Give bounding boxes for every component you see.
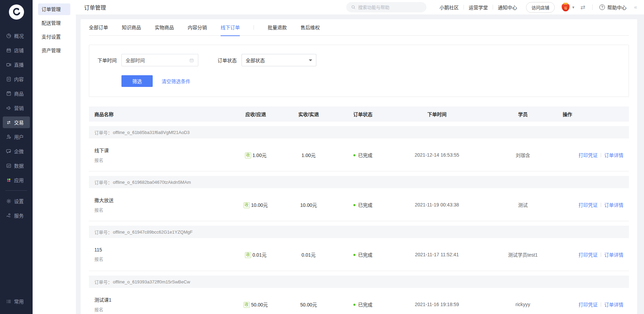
order-status-value: 全部状态: [246, 57, 265, 64]
table-header-cell: 商品名称: [94, 111, 229, 117]
avatar[interactable]: [562, 3, 570, 11]
submenu-item-delivery-mgmt[interactable]: 配送管理: [38, 17, 70, 29]
order-detail-link[interactable]: 订单详情: [604, 153, 623, 158]
chevron-down-icon[interactable]: ▼: [572, 5, 575, 9]
print-voucher-link[interactable]: 打印凭证: [578, 252, 598, 258]
submenu-item-order-mgmt[interactable]: 订单管理: [38, 3, 70, 15]
filter-row: 下单时间 全部时间 订单状态 全部状态: [97, 54, 620, 66]
order-time-picker[interactable]: 全部时间: [121, 54, 198, 66]
tab-distribution[interactable]: 内容分销: [188, 19, 207, 36]
switch-account-icon[interactable]: ⇄: [581, 4, 585, 11]
sidebar-item-wecom[interactable]: 企微: [3, 145, 30, 157]
tab-after-sales[interactable]: 售后维权: [301, 19, 320, 36]
received-amount: 10.00元: [300, 202, 317, 208]
tab-batch-refund[interactable]: 批量退款: [268, 19, 287, 36]
column-label: 实收/实退: [298, 112, 319, 117]
link-community[interactable]: 小鹅社区: [440, 4, 459, 11]
sidebar-item-label: 交易: [14, 119, 24, 126]
tab-physical[interactable]: 实物商品: [155, 19, 174, 36]
document-icon: [6, 76, 12, 82]
receivable-amount: 50.00元: [251, 302, 268, 307]
package-icon: [6, 91, 12, 97]
order-detail-link[interactable]: 订单详情: [604, 302, 623, 307]
product-subtype: 报名: [94, 306, 229, 313]
product-cell: 线下课 报名: [94, 147, 229, 163]
clear-filters-link[interactable]: 清空筛选条件: [162, 78, 190, 85]
order-no-value: offline_o_619682ba04670tzAkdn5MAm: [113, 180, 191, 185]
order-detail-link[interactable]: 订单详情: [604, 252, 623, 258]
divider: [601, 153, 601, 157]
sidebar-item-goods[interactable]: 商品: [3, 88, 30, 99]
filter-submit-button[interactable]: 筛选: [121, 75, 153, 87]
status-text: 已完成: [358, 252, 373, 258]
sidebar-item-shop[interactable]: 店铺: [3, 44, 30, 56]
chevron-down-icon: [309, 59, 312, 61]
status-dot-icon: [353, 154, 355, 156]
order-detail-link[interactable]: 订单详情: [604, 202, 623, 208]
visit-shop-button[interactable]: 访问店铺: [526, 2, 555, 13]
search-input[interactable]: [358, 5, 422, 10]
sidebar-item-marketing[interactable]: 营销: [3, 102, 30, 114]
status-dot-icon: [353, 204, 355, 206]
collapse-icon[interactable]: «: [634, 4, 637, 10]
order-number-bar: 订单号： offline_o_619393a372ff0m15rSwBeCw: [89, 276, 629, 288]
tab-all[interactable]: 全部订单: [89, 19, 108, 36]
receivable-cell: 收10.00元: [229, 201, 282, 208]
logo-wrap: [0, 4, 33, 20]
user-icon: [6, 134, 12, 140]
sidebar-item-label: 服务: [14, 212, 24, 219]
received-cell: 1.00元: [282, 152, 335, 158]
content-area: 全部订单 知识商品 实物商品 内容分销 线下订单 批量退款 售后维权: [76, 14, 644, 314]
status-text: 已完成: [358, 153, 373, 158]
global-search[interactable]: [346, 2, 426, 12]
submenu-item-payment-setup[interactable]: 支付设置: [38, 31, 70, 43]
filter-actions: 筛选 清空筛选条件: [97, 75, 620, 87]
sidebar-item-content[interactable]: 内容: [3, 73, 30, 85]
receive-tag: 收: [244, 202, 250, 208]
tab-label: 内容分销: [188, 25, 207, 30]
order-tabs: 全部订单 知识商品 实物商品 内容分销 线下订单 批量退款 售后维权: [89, 19, 629, 36]
tab-offline[interactable]: 线下订单: [221, 19, 240, 36]
print-voucher-link[interactable]: 打印凭证: [578, 153, 598, 158]
sidebar-item-label: 应用: [14, 177, 24, 183]
sidebar-item-label: 店铺: [14, 47, 24, 54]
sidebar-item-label: 商品: [14, 90, 24, 97]
sidebar-item-overview[interactable]: 概况: [3, 30, 30, 42]
xiaoe-logo[interactable]: [9, 4, 24, 20]
submenu-item-label: 支付设置: [42, 34, 61, 40]
order-group: 订单号： offline_o_61b85ba31f6a8VgMf21AoD3 线…: [89, 126, 629, 171]
order-time-cell: 2021-11-17 11:52:41: [390, 252, 483, 257]
product-cell: 115 报名: [94, 247, 229, 262]
order-number-bar: 订单号： offline_o_619682ba04670tzAkdn5MAm: [89, 176, 629, 188]
table-header-cell: 实收/实退: [282, 111, 335, 117]
status-dot-icon: [353, 254, 355, 256]
sidebar-item-label: 内容: [14, 76, 24, 82]
sidebar-item-service[interactable]: 服务: [3, 210, 30, 221]
help-center[interactable]: ? 帮助中心: [599, 4, 627, 11]
link-academy[interactable]: 运营学堂: [469, 4, 488, 11]
tab-knowledge[interactable]: 知识商品: [122, 19, 141, 36]
service-hand-icon: [6, 213, 12, 218]
submenu-item-asset-mgmt[interactable]: 资产管理: [38, 45, 70, 56]
tab-label: 全部订单: [89, 25, 108, 30]
sidebar-item-apps[interactable]: 应用: [3, 174, 30, 186]
column-label: 操作: [563, 112, 572, 117]
status-cell: 已完成: [335, 152, 391, 158]
status-text: 已完成: [358, 202, 373, 208]
product-subtype: 报名: [94, 256, 229, 262]
sidebar-item-users[interactable]: 用户: [3, 131, 30, 143]
table-row: 线下课 报名 收1.00元 1.00元 已完成: [89, 138, 629, 171]
sidebar-item-settings[interactable]: 设置: [3, 195, 30, 207]
submenu-item-label: 订单管理: [42, 7, 61, 12]
divider: [5, 190, 27, 191]
print-voucher-link[interactable]: 打印凭证: [578, 302, 598, 307]
print-voucher-link[interactable]: 打印凭证: [578, 202, 598, 208]
sidebar-item-data[interactable]: 数据: [3, 160, 30, 171]
sidebar-item-live[interactable]: 直播: [3, 59, 30, 70]
sidebar-item-common[interactable]: 常用: [3, 295, 30, 307]
product-name: 测试课1: [94, 296, 229, 303]
order-status-select[interactable]: 全部状态: [242, 54, 316, 66]
link-notifications[interactable]: 通知中心: [498, 4, 517, 11]
sidebar-item-trade[interactable]: 交易: [3, 116, 30, 128]
order-no-value: offline_o_619393a372ff0m15rSwBeCw: [113, 279, 190, 284]
